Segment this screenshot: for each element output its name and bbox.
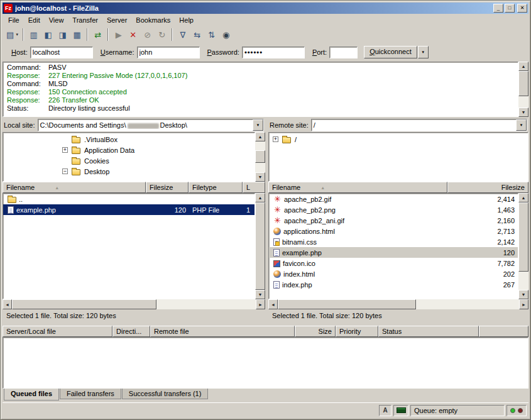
scroll-right-button[interactable]: ► bbox=[256, 299, 265, 309]
file-row[interactable]: ✳apache_pb2_ani.gif 2,160 bbox=[269, 215, 518, 226]
file-row[interactable]: ✳apache_pb2.gif 2,414 bbox=[269, 194, 518, 204]
log-text: PASV bbox=[48, 64, 67, 72]
scrollbar-track[interactable] bbox=[12, 299, 256, 309]
collapse-icon[interactable]: − bbox=[62, 169, 68, 174]
cancel-button[interactable]: ✕ bbox=[126, 28, 140, 41]
queue-column-priority[interactable]: Priority bbox=[336, 326, 378, 337]
filter-button[interactable]: ∇ bbox=[175, 28, 190, 41]
data-type-indicator-icon[interactable]: A bbox=[379, 405, 391, 416]
scrollbar-track[interactable] bbox=[255, 202, 265, 290]
combo-dropdown-button[interactable]: ▼ bbox=[516, 119, 527, 131]
scrollbar-thumb[interactable] bbox=[518, 71, 528, 96]
file-row[interactable]: index.php 267 bbox=[269, 279, 518, 290]
file-row[interactable]: index.html 202 bbox=[269, 268, 518, 279]
log-vertical-scrollbar[interactable]: ▲ ▼ bbox=[518, 62, 528, 117]
quickconnect-button[interactable]: Quickconnect ▼ bbox=[364, 46, 429, 58]
local-horizontal-scrollbar[interactable]: ◄ ► bbox=[3, 299, 265, 309]
queue-column-remote-file[interactable]: Remote file bbox=[150, 326, 295, 337]
scroll-right-button[interactable]: ► bbox=[519, 299, 528, 309]
scrollbar-track[interactable] bbox=[518, 202, 528, 290]
file-row-parent-dir[interactable]: .. bbox=[3, 194, 255, 204]
tab-queued-files[interactable]: Queued files bbox=[4, 389, 59, 401]
scrollbar-thumb[interactable] bbox=[255, 202, 265, 290]
file-row-example-php[interactable]: example.php 120 PHP File 1 bbox=[3, 204, 255, 215]
scroll-up-button[interactable]: ▲ bbox=[255, 132, 265, 141]
tree-item-virtualbox[interactable]: .VirtualBox bbox=[3, 134, 255, 145]
find-files-button[interactable]: ◉ bbox=[219, 28, 233, 41]
tree-item-desktop[interactable]: − Desktop bbox=[3, 166, 255, 177]
site-manager-button[interactable]: ▤ ▼ bbox=[5, 28, 20, 41]
queue-column-size[interactable]: Size bbox=[295, 326, 336, 337]
toggle-queue-button[interactable]: ▦ bbox=[70, 28, 84, 41]
scrollbar-thumb[interactable] bbox=[518, 202, 528, 272]
local-site-combo[interactable]: C:\Documents and Settings\Desktop\ ▼ bbox=[38, 119, 264, 131]
scroll-down-button[interactable]: ▼ bbox=[255, 172, 265, 182]
menu-view[interactable]: View bbox=[45, 14, 68, 26]
toggle-remote-tree-button[interactable]: ◨ bbox=[55, 28, 70, 41]
column-header-filetype[interactable]: Filetype bbox=[189, 182, 243, 193]
reconnect-button[interactable]: ↻ bbox=[155, 28, 169, 41]
tab-failed-transfers[interactable]: Failed transfers bbox=[60, 389, 121, 399]
scroll-down-button[interactable]: ▼ bbox=[255, 290, 265, 299]
close-button[interactable]: ✕ bbox=[517, 4, 527, 13]
file-row-example-php[interactable]: example.php 120 bbox=[269, 247, 518, 258]
file-row[interactable]: ✳apache_pb2.png 1,463 bbox=[269, 204, 518, 215]
scrollbar-thumb[interactable] bbox=[255, 150, 265, 163]
column-header-last-modified[interactable]: L bbox=[243, 182, 265, 193]
tab-successful-transfers[interactable]: Successful transfers (1) bbox=[122, 389, 209, 399]
scroll-up-button[interactable]: ▲ bbox=[255, 193, 265, 202]
scroll-down-button[interactable]: ▼ bbox=[518, 290, 528, 299]
column-header-filesize[interactable]: Filesize bbox=[447, 182, 528, 193]
disconnect-button[interactable]: ⊘ bbox=[140, 28, 155, 41]
scroll-up-button[interactable]: ▲ bbox=[518, 193, 528, 202]
refresh-button[interactable]: ⇄ bbox=[90, 28, 105, 41]
menu-server[interactable]: Server bbox=[102, 14, 131, 26]
synchronized-browsing-button[interactable]: ⇅ bbox=[204, 28, 219, 41]
scrollbar-track[interactable] bbox=[518, 71, 528, 108]
menu-file[interactable]: File bbox=[4, 14, 24, 26]
column-header-filesize[interactable]: Filesize bbox=[146, 182, 189, 193]
column-header-filename[interactable]: Filename▲ bbox=[3, 182, 146, 193]
local-list-scrollbar[interactable]: ▲ ▼ bbox=[255, 193, 265, 299]
directory-comparison-button[interactable]: ⇆ bbox=[190, 28, 204, 41]
password-input[interactable] bbox=[242, 47, 305, 58]
menu-transfer[interactable]: Transfer bbox=[68, 14, 102, 26]
remote-site-combo[interactable]: / ▼ bbox=[311, 119, 527, 131]
toggle-local-tree-button[interactable]: ◧ bbox=[41, 28, 55, 41]
file-row[interactable]: applications.html 2,713 bbox=[269, 226, 518, 236]
expand-icon[interactable]: + bbox=[273, 136, 278, 142]
scrollbar-track[interactable] bbox=[278, 299, 519, 309]
remote-list-scrollbar[interactable]: ▲ ▼ bbox=[518, 193, 528, 299]
tree-item-cookies[interactable]: Cookies bbox=[3, 155, 255, 166]
file-row[interactable]: favicon.ico 7,782 bbox=[269, 258, 518, 268]
menu-bookmarks[interactable]: Bookmarks bbox=[131, 14, 175, 26]
scroll-up-button[interactable]: ▲ bbox=[518, 62, 528, 71]
scrollbar-thumb[interactable] bbox=[12, 299, 156, 309]
tree-item-root[interactable]: + / bbox=[269, 134, 528, 145]
menu-edit[interactable]: Edit bbox=[24, 14, 45, 26]
scroll-left-button[interactable]: ◄ bbox=[268, 299, 278, 309]
maximize-button[interactable]: □ bbox=[505, 4, 515, 13]
local-tree-scrollbar[interactable]: ▲ ▼ bbox=[255, 132, 265, 182]
scrollbar-thumb[interactable] bbox=[278, 299, 416, 309]
toggle-message-log-button[interactable]: ▥ bbox=[26, 28, 41, 41]
tree-item-application-data[interactable]: + Application Data bbox=[3, 145, 255, 155]
queue-column-direction[interactable]: Directi... bbox=[112, 326, 150, 337]
column-header-filename[interactable]: Filename▲ bbox=[268, 182, 447, 193]
host-input[interactable] bbox=[30, 47, 93, 58]
remote-horizontal-scrollbar[interactable]: ◄ ► bbox=[268, 299, 528, 309]
combo-dropdown-button[interactable]: ▼ bbox=[253, 119, 263, 131]
process-queue-button[interactable]: ▶ bbox=[111, 28, 126, 41]
menu-help[interactable]: Help bbox=[175, 14, 198, 26]
expand-icon[interactable]: + bbox=[62, 147, 68, 153]
port-input[interactable] bbox=[329, 47, 358, 58]
file-row[interactable]: bitnami.css 2,142 bbox=[269, 236, 518, 247]
scroll-left-button[interactable]: ◄ bbox=[3, 299, 12, 309]
minimize-button[interactable]: _ bbox=[493, 4, 503, 13]
queue-column-server-local-file[interactable]: Server/Local file bbox=[3, 326, 112, 337]
queue-column-status[interactable]: Status bbox=[378, 326, 479, 337]
quickconnect-dropdown-button[interactable]: ▼ bbox=[418, 46, 429, 58]
username-input[interactable] bbox=[137, 47, 200, 58]
scroll-down-button[interactable]: ▼ bbox=[518, 108, 528, 117]
scrollbar-track[interactable] bbox=[255, 141, 265, 172]
